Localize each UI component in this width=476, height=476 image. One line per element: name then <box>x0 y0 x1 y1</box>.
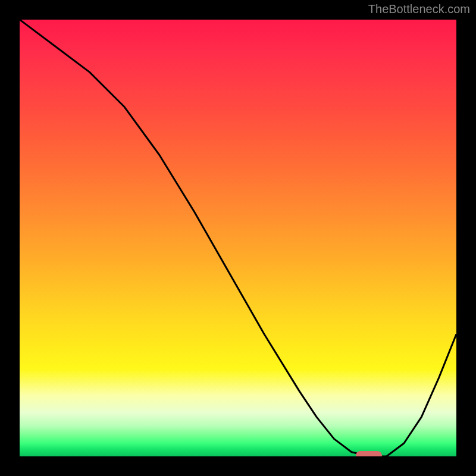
optimal-marker <box>356 451 382 456</box>
plot-area <box>20 20 456 456</box>
watermark-text: TheBottleneck.com <box>368 2 470 16</box>
bottleneck-curve <box>20 20 456 456</box>
